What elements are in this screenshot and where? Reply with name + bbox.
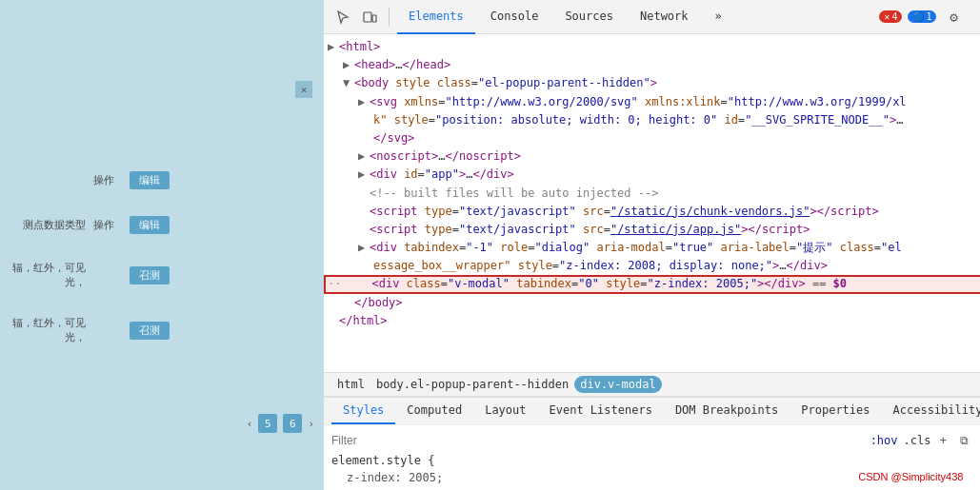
error-badge[interactable]: ✕ 4: [879, 10, 902, 23]
plus-icon[interactable]: +: [934, 432, 951, 449]
page-number[interactable]: 6: [283, 414, 302, 433]
attr-text: role: [500, 239, 528, 257]
expand-arrow[interactable]: ▶: [358, 93, 370, 111]
row-label: 辐，红外，可见光，: [10, 261, 86, 289]
link-text[interactable]: "/static/js/chunk-vendors.js": [610, 203, 810, 221]
bottom-tabs: Styles Computed Layout Event Listeners D…: [324, 397, 980, 424]
tab-layout[interactable]: Layout: [473, 398, 537, 424]
refresh-icon[interactable]: ↺: [976, 432, 980, 449]
attr-text: src: [583, 221, 604, 239]
edit-button[interactable]: 编辑: [130, 171, 170, 189]
devtools-panel: Elements Console Sources Network » ✕ 4 🔵…: [324, 0, 980, 490]
expand-arrow[interactable]: ▶: [343, 56, 354, 74]
page-number[interactable]: 5: [258, 414, 277, 433]
expand-arrow[interactable]: ▶: [358, 166, 370, 184]
breadcrumb-body[interactable]: body.el-popup-parent--hidden: [370, 376, 574, 393]
val-text: "el-popup-parent--hidden": [478, 74, 650, 92]
filter-input[interactable]: [331, 434, 863, 447]
tab-elements[interactable]: Elements: [397, 0, 475, 34]
close-button[interactable]: ×: [295, 81, 312, 98]
cls-btn[interactable]: .cls: [904, 434, 931, 447]
collapsed-text: …: [896, 111, 903, 129]
eq-text: =: [874, 239, 881, 257]
tag-text: ></script>: [810, 203, 878, 221]
expand-arrow[interactable]: ▼: [343, 74, 354, 92]
table-row: 操作 编辑: [10, 171, 314, 189]
val-text: "http://www.w3.org/1999/xl: [728, 93, 907, 111]
tab-dom-breakpoints[interactable]: DOM Breakpoints: [664, 398, 790, 424]
collapsed-text: …: [466, 166, 472, 184]
page-next-icon[interactable]: ›: [308, 418, 314, 430]
attr-text: style: [606, 275, 640, 293]
svg-rect-1: [372, 15, 376, 22]
breadcrumb-div[interactable]: div.v-modal: [574, 376, 661, 393]
error-icon: ✕: [884, 11, 890, 22]
tag-text: </div>: [472, 166, 513, 184]
tab-sources[interactable]: Sources: [553, 0, 625, 34]
source-line: ▶ <html>: [324, 38, 980, 56]
source-line: ▶ <noscript>…</noscript>: [324, 147, 980, 166]
tab-properties[interactable]: Properties: [790, 398, 881, 424]
val-text: "-1": [466, 239, 493, 257]
space: [493, 239, 500, 257]
tag-text: <head>: [354, 56, 395, 74]
attr-text: xmlns:xlink: [645, 93, 720, 111]
tag-text: </html>: [339, 312, 388, 330]
attr-text: essage_box__wrapper": [373, 257, 511, 275]
more-icon[interactable]: ⋮: [970, 6, 980, 29]
source-line: k" style="position: absolute; width: 0; …: [324, 111, 980, 129]
tab-styles[interactable]: Styles: [331, 398, 395, 424]
attr-text: class: [840, 239, 874, 257]
eq-text: =: [459, 239, 466, 257]
table-row: 辐，红外，可见光， 召测: [10, 316, 314, 344]
space: [576, 203, 583, 221]
copy-styles-icon[interactable]: ⧉: [955, 432, 972, 449]
collapsed-text: …: [779, 257, 786, 275]
separator: [389, 8, 390, 27]
expand-arrow[interactable]: ▶: [358, 147, 370, 166]
comment-text: <!-- built files will be auto injected -…: [370, 185, 658, 203]
link-text[interactable]: "/static/js/app.js": [610, 221, 741, 239]
device-icon[interactable]: [358, 6, 381, 29]
eq-text: =: [471, 74, 478, 92]
tag-text: </head>: [403, 56, 451, 74]
space: [599, 275, 606, 293]
tab-accessibility[interactable]: Accessibility: [882, 398, 980, 424]
tab-console[interactable]: Console: [479, 0, 550, 34]
warning-badge[interactable]: 🔵 1: [908, 10, 936, 23]
space: [510, 275, 516, 293]
attr-text: xmlns: [404, 93, 438, 111]
devtools-toolbar: Elements Console Sources Network » ✕ 4 🔵…: [324, 0, 980, 34]
page-prev-icon[interactable]: ‹: [247, 418, 253, 430]
attr-text: class: [407, 275, 441, 293]
eq-text: =: [452, 221, 459, 239]
tag-text: >: [772, 257, 779, 275]
val-text: "http://www.w3.org/2000/svg": [445, 93, 637, 111]
hov-pseudo-btn[interactable]: :hov: [870, 434, 898, 447]
recall-button[interactable]: 召测: [130, 266, 170, 284]
breadcrumb-html[interactable]: html: [331, 376, 370, 393]
expand-arrow[interactable]: ▶: [328, 38, 339, 56]
edit-button[interactable]: 编辑: [130, 216, 170, 234]
recall-button[interactable]: 召测: [130, 322, 170, 340]
styles-panel-wrapper: :hov .cls + ⧉ ↺ element.style { z-index:…: [324, 424, 980, 490]
tab-more[interactable]: »: [704, 0, 733, 34]
tab-event-listeners[interactable]: Event Listeners: [538, 398, 664, 424]
attr-text: id: [725, 111, 738, 129]
source-line: ▶ <!-- built files will be auto injected…: [324, 185, 980, 203]
expand-arrow[interactable]: ▶: [358, 239, 370, 257]
val-text: "z-index: 2005;": [648, 275, 758, 293]
space: [638, 93, 645, 111]
tab-computed[interactable]: Computed: [395, 398, 473, 424]
cursor-icon[interactable]: [331, 6, 354, 29]
settings-icon[interactable]: ⚙: [942, 6, 965, 29]
breadcrumb-bar: html body.el-popup-parent--hidden div.v-…: [324, 372, 980, 397]
source-line: ▶ <head>…</head>: [324, 56, 980, 74]
tab-network[interactable]: Network: [629, 0, 700, 34]
source-line: ▶ <svg xmlns="http://www.w3.org/2000/svg…: [324, 93, 980, 111]
tag-text: </body>: [354, 294, 403, 312]
left-panel: × 操作 编辑 测点数据类型 操作 编辑 辐，红外，可见光， 召测 辐，红外，可…: [0, 0, 324, 490]
highlighted-source-line[interactable]: ·· ▶ <div class="v-modal" tabindex="0" s…: [324, 275, 980, 293]
source-line: ▶ <div tabindex="-1" role="dialog" aria-…: [324, 239, 980, 257]
eq-text: =: [604, 203, 610, 221]
